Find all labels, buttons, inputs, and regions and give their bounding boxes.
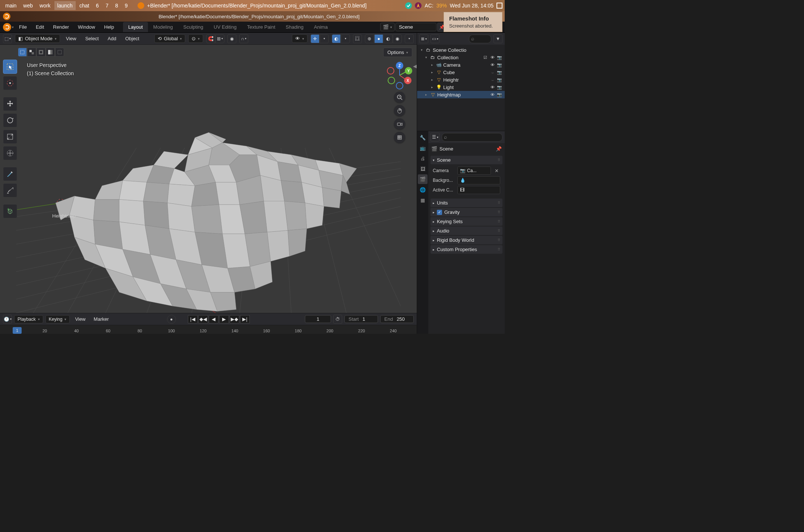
header-menu-add[interactable]: Add [105, 34, 119, 43]
navigation-gizmo[interactable]: Z Y X [385, 61, 414, 89]
props-tab-render[interactable]: 📺 [418, 143, 428, 153]
camera-icon[interactable]: 📷 [496, 69, 502, 75]
xray-toggle[interactable]: ⿴ [353, 34, 362, 43]
workspace-tag[interactable]: chat [76, 1, 92, 10]
pivot-dropdown[interactable]: ⊙▾ [188, 34, 203, 43]
tool-cursor[interactable] [3, 76, 17, 90]
tool-rotate[interactable] [3, 113, 17, 127]
overlay-toggle[interactable]: ◐ [332, 34, 341, 43]
panel-header-audio[interactable]: ▸Audio⠿ [431, 227, 502, 235]
jump-next-keyframe[interactable]: ▶◆ [230, 315, 239, 323]
shading-wireframe[interactable]: ⊕ [365, 34, 374, 43]
task-title[interactable]: +Blender* [/home/katie/Documents/Blender… [145, 3, 369, 9]
preview-range-toggle[interactable]: ⏱ [333, 315, 342, 324]
jump-to-end[interactable]: ▶| [240, 315, 250, 323]
shading-rendered[interactable]: ◉ [393, 34, 402, 43]
menu-render[interactable]: Render [49, 22, 73, 32]
zoom-button[interactable]: + [394, 92, 405, 103]
tool-annotate[interactable] [3, 167, 17, 181]
tool-add-cube[interactable]: + [3, 204, 17, 218]
outliner-item-camera[interactable]: ▸📹 Camera 👁📷 [417, 61, 505, 69]
end-frame-field[interactable]: End250 [380, 315, 414, 323]
props-editor-type[interactable]: ☰▾ [431, 133, 439, 142]
workspace-tag[interactable]: 6 [93, 1, 102, 10]
menu-help[interactable]: Help [100, 22, 118, 32]
workspace-tab-shading[interactable]: Shading [281, 22, 309, 32]
eye-icon[interactable]: 👁 [489, 62, 495, 68]
checkbox-icon[interactable]: ☑ [482, 54, 488, 60]
props-tab-world[interactable]: 🌐 [418, 185, 428, 194]
play-reverse[interactable]: ◀ [209, 315, 218, 323]
scene-name-input[interactable] [395, 23, 436, 31]
select-mode-subtract[interactable] [37, 48, 45, 57]
status-icon-1[interactable] [405, 2, 412, 9]
outliner-collection[interactable]: ▾🗀 Collection ☑👁📷 [417, 54, 505, 61]
playback-dropdown[interactable]: Playback▾ [14, 315, 43, 323]
panel-header-gravity[interactable]: ▸✓Gravity⠿ [431, 208, 502, 216]
tool-scale[interactable] [3, 130, 17, 144]
workspace-tag[interactable]: work [37, 1, 54, 10]
tool-move[interactable] [3, 97, 17, 111]
panel-header-custom[interactable]: ▸Custom Properties⠿ [431, 245, 502, 254]
axis-x[interactable]: X [404, 77, 412, 84]
background-field[interactable]: 💧 [457, 176, 500, 184]
panel-header-keying[interactable]: ▸Keying Sets⠿ [431, 217, 502, 226]
menu-window[interactable]: Window [74, 22, 99, 32]
timeline-menu-view[interactable]: View [72, 315, 88, 323]
props-tab-output[interactable]: 🖨 [418, 153, 428, 163]
jump-to-start[interactable]: |◀ [188, 315, 198, 323]
workspace-tab-modeling[interactable]: Modeling [148, 22, 178, 32]
workspace-tab-layout[interactable]: Layout [123, 22, 148, 32]
props-tab-scene[interactable]: 🎬 [418, 174, 428, 184]
eye-closed-icon[interactable]: ⌣ [489, 69, 495, 75]
viewport-options-dropdown[interactable]: Options▾ [383, 48, 412, 57]
eye-closed-icon[interactable]: ⌣ [489, 77, 495, 83]
camera-icon[interactable]: 📷 [496, 62, 502, 68]
select-mode-tweak[interactable] [18, 48, 27, 57]
overlay-dropdown[interactable]: ▾ [341, 34, 350, 43]
pan-button[interactable] [394, 105, 405, 116]
timeline-ruler[interactable]: 1 20 40 60 80 100 120 140 160 180 200 22… [0, 325, 417, 334]
status-icon-2[interactable] [415, 2, 422, 9]
outliner-item-cube[interactable]: ▸▽ Cube ⌣📷 [417, 69, 505, 76]
blender-icon[interactable] [3, 23, 11, 31]
proportional-edit-toggle[interactable]: ◉ [227, 34, 236, 43]
mode-dropdown[interactable]: ◧ Object Mode ▾ [15, 34, 60, 43]
visibility-dropdown[interactable]: 👁▾ [292, 34, 308, 43]
panel-header-rigidbody[interactable]: ▸Rigid Body World⠿ [431, 236, 502, 244]
panel-header-scene[interactable]: ▾Scene⠿ [431, 156, 502, 164]
clear-camera-button[interactable]: ✕ [493, 168, 500, 174]
workspace-tag[interactable]: launch [54, 1, 76, 10]
camera-icon[interactable]: 📷 [496, 54, 502, 60]
outliner-display-mode[interactable]: ▭▾ [431, 34, 439, 43]
camera-icon[interactable]: 📷 [496, 84, 502, 90]
proportional-falloff-dropdown[interactable]: ∩▾ [239, 34, 248, 43]
panel-header-units[interactable]: ▸Units⠿ [431, 199, 502, 207]
editor-type-button[interactable]: ⬚▾ [3, 34, 12, 43]
tool-select-box[interactable] [3, 60, 17, 74]
props-tab-viewlayer[interactable]: 🖼 [418, 164, 428, 174]
workspace-tab-texture[interactable]: Texture Paint [242, 22, 281, 32]
start-frame-field[interactable]: Start1 [344, 315, 378, 323]
axis-z[interactable]: Z [396, 62, 403, 69]
sidebar-toggle[interactable]: ◀ [413, 63, 417, 69]
props-tab-tool[interactable]: 🔧 [418, 133, 428, 142]
blender-task-icon[interactable] [138, 2, 144, 9]
props-tab-texture[interactable]: ▦ [418, 195, 428, 205]
timeline-menu-marker[interactable]: Marker [91, 315, 111, 323]
perspective-toggle-button[interactable] [394, 132, 405, 143]
select-mode-invert[interactable] [46, 48, 55, 57]
play-forward[interactable]: ▶ [219, 315, 229, 323]
axis-neg-z[interactable] [396, 82, 403, 89]
outliner-item-light[interactable]: ▸💡 Light 👁📷 [417, 83, 505, 91]
header-menu-object[interactable]: Object [122, 34, 142, 43]
props-search[interactable] [442, 133, 502, 142]
tool-transform[interactable] [3, 146, 17, 160]
workspace-tab-sculpting[interactable]: Sculpting [178, 22, 208, 32]
shading-options-dropdown[interactable]: ▾ [405, 34, 414, 43]
menu-file[interactable]: File [15, 22, 31, 32]
workspace-tag[interactable]: 8 [112, 1, 121, 10]
snap-type-dropdown[interactable]: ⊞▾ [215, 34, 224, 43]
outliner-item-heightmap[interactable]: ▸▽ Heightmap 👁📷 [417, 91, 505, 98]
workspace-tag[interactable]: web [20, 1, 36, 10]
